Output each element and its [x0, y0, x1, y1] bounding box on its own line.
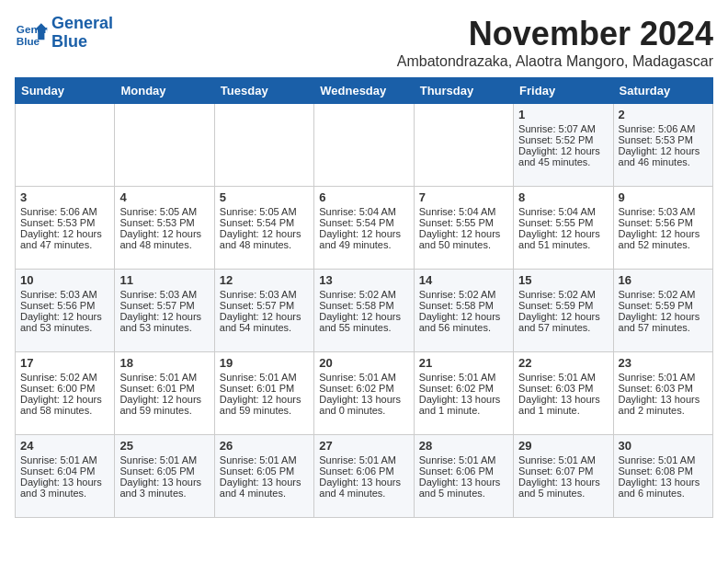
sunrise-text: Sunrise: 5:01 AM: [20, 454, 109, 465]
daylight-text: Daylight: 13 hours and 4 minutes.: [220, 477, 309, 499]
sunset-text: Sunset: 5:58 PM: [319, 300, 408, 311]
weekday-header: Thursday: [414, 78, 513, 104]
sunrise-text: Sunrise: 5:01 AM: [119, 372, 209, 383]
day-number: 8: [518, 190, 608, 204]
day-number: 12: [220, 273, 309, 287]
sunset-text: Sunset: 5:52 PM: [518, 134, 608, 145]
weekday-row: SundayMondayTuesdayWednesdayThursdayFrid…: [16, 78, 713, 104]
sunset-text: Sunset: 5:53 PM: [119, 217, 209, 228]
logo-text: General Blue: [51, 15, 113, 52]
sunset-text: Sunset: 6:01 PM: [220, 383, 309, 394]
day-number: 1: [518, 108, 608, 121]
sunset-text: Sunset: 6:03 PM: [518, 383, 608, 394]
sunset-text: Sunset: 6:08 PM: [619, 465, 708, 477]
day-number: 23: [619, 356, 708, 370]
sunset-text: Sunset: 5:57 PM: [220, 300, 309, 311]
sunrise-text: Sunrise: 5:05 AM: [119, 206, 209, 217]
day-number: 16: [619, 273, 708, 287]
day-number: 18: [119, 356, 209, 370]
daylight-text: Daylight: 13 hours and 2 minutes.: [619, 394, 708, 416]
weekday-header: Saturday: [613, 78, 712, 104]
daylight-text: Daylight: 12 hours and 48 minutes.: [119, 228, 209, 250]
calendar-cell: 9Sunrise: 5:03 AMSunset: 5:56 PMDaylight…: [613, 187, 712, 270]
day-number: 19: [220, 356, 309, 370]
calendar-cell: 17Sunrise: 5:02 AMSunset: 6:00 PMDayligh…: [16, 352, 115, 435]
calendar-cell: [314, 104, 414, 187]
calendar-cell: [214, 104, 313, 187]
sunrise-text: Sunrise: 5:04 AM: [419, 206, 508, 217]
daylight-text: Daylight: 13 hours and 1 minute.: [518, 394, 608, 416]
sunrise-text: Sunrise: 5:05 AM: [220, 206, 309, 217]
sunrise-text: Sunrise: 5:07 AM: [518, 123, 608, 134]
sunset-text: Sunset: 5:55 PM: [518, 217, 608, 228]
day-number: 20: [319, 356, 408, 370]
calendar-cell: 16Sunrise: 5:02 AMSunset: 5:59 PMDayligh…: [613, 270, 712, 352]
sunrise-text: Sunrise: 5:01 AM: [220, 454, 309, 465]
weekday-header: Wednesday: [314, 78, 414, 104]
day-number: 6: [319, 190, 408, 204]
sunset-text: Sunset: 5:53 PM: [619, 134, 708, 145]
calendar-cell: 2Sunrise: 5:06 AMSunset: 5:53 PMDaylight…: [613, 104, 712, 187]
weekday-header: Friday: [514, 78, 613, 104]
calendar-cell: 6Sunrise: 5:04 AMSunset: 5:54 PMDaylight…: [314, 187, 414, 270]
day-number: 2: [619, 108, 708, 121]
day-number: 9: [619, 190, 708, 204]
sunrise-text: Sunrise: 5:04 AM: [319, 206, 408, 217]
weekday-header: Tuesday: [214, 78, 313, 104]
calendar-week-row: 1Sunrise: 5:07 AMSunset: 5:52 PMDaylight…: [16, 104, 713, 187]
day-number: 7: [419, 190, 508, 204]
calendar-cell: 8Sunrise: 5:04 AMSunset: 5:55 PMDaylight…: [514, 187, 613, 270]
page-header: General Blue General Blue November 2024 …: [15, 15, 713, 70]
sunset-text: Sunset: 5:56 PM: [20, 300, 109, 311]
daylight-text: Daylight: 13 hours and 4 minutes.: [319, 477, 408, 499]
sunrise-text: Sunrise: 5:06 AM: [20, 206, 109, 217]
daylight-text: Daylight: 13 hours and 0 minutes.: [319, 394, 408, 416]
calendar-cell: 25Sunrise: 5:01 AMSunset: 6:05 PMDayligh…: [115, 435, 214, 518]
calendar-cell: 20Sunrise: 5:01 AMSunset: 6:02 PMDayligh…: [314, 352, 414, 435]
logo-icon: General Blue: [15, 17, 48, 50]
sunset-text: Sunset: 5:58 PM: [419, 300, 508, 311]
calendar-week-row: 3Sunrise: 5:06 AMSunset: 5:53 PMDaylight…: [16, 187, 713, 270]
sunset-text: Sunset: 5:59 PM: [619, 300, 708, 311]
daylight-text: Daylight: 12 hours and 59 minutes.: [119, 394, 209, 416]
calendar-cell: 11Sunrise: 5:03 AMSunset: 5:57 PMDayligh…: [115, 270, 214, 352]
calendar-cell: 23Sunrise: 5:01 AMSunset: 6:03 PMDayligh…: [613, 352, 712, 435]
day-number: 30: [619, 439, 708, 453]
daylight-text: Daylight: 12 hours and 51 minutes.: [518, 228, 608, 250]
day-number: 24: [20, 439, 109, 453]
sunset-text: Sunset: 6:02 PM: [419, 383, 508, 394]
daylight-text: Daylight: 12 hours and 53 minutes.: [20, 311, 109, 333]
sunrise-text: Sunrise: 5:02 AM: [20, 372, 109, 383]
daylight-text: Daylight: 13 hours and 3 minutes.: [20, 477, 109, 499]
calendar-cell: 28Sunrise: 5:01 AMSunset: 6:06 PMDayligh…: [414, 435, 513, 518]
calendar-week-row: 24Sunrise: 5:01 AMSunset: 6:04 PMDayligh…: [16, 435, 713, 518]
calendar-cell: [16, 104, 115, 187]
daylight-text: Daylight: 12 hours and 52 minutes.: [619, 228, 708, 250]
sunrise-text: Sunrise: 5:01 AM: [518, 454, 608, 465]
sunrise-text: Sunrise: 5:02 AM: [319, 289, 408, 300]
sunset-text: Sunset: 5:53 PM: [20, 217, 109, 228]
sunrise-text: Sunrise: 5:01 AM: [319, 372, 408, 383]
calendar-cell: 14Sunrise: 5:02 AMSunset: 5:58 PMDayligh…: [414, 270, 513, 352]
calendar-cell: 26Sunrise: 5:01 AMSunset: 6:05 PMDayligh…: [214, 435, 313, 518]
sunrise-text: Sunrise: 5:04 AM: [518, 206, 608, 217]
day-number: 28: [419, 439, 508, 453]
calendar-cell: 15Sunrise: 5:02 AMSunset: 5:59 PMDayligh…: [514, 270, 613, 352]
day-number: 4: [119, 190, 209, 204]
sunset-text: Sunset: 6:03 PM: [619, 383, 708, 394]
calendar-cell: 19Sunrise: 5:01 AMSunset: 6:01 PMDayligh…: [214, 352, 313, 435]
day-number: 26: [220, 439, 309, 453]
calendar-cell: 10Sunrise: 5:03 AMSunset: 5:56 PMDayligh…: [16, 270, 115, 352]
daylight-text: Daylight: 12 hours and 55 minutes.: [319, 311, 408, 333]
calendar-cell: 29Sunrise: 5:01 AMSunset: 6:07 PMDayligh…: [514, 435, 613, 518]
sunrise-text: Sunrise: 5:02 AM: [619, 289, 708, 300]
calendar-cell: 12Sunrise: 5:03 AMSunset: 5:57 PMDayligh…: [214, 270, 313, 352]
day-number: 13: [319, 273, 408, 287]
calendar-cell: 1Sunrise: 5:07 AMSunset: 5:52 PMDaylight…: [514, 104, 613, 187]
sunrise-text: Sunrise: 5:02 AM: [518, 289, 608, 300]
calendar-cell: 21Sunrise: 5:01 AMSunset: 6:02 PMDayligh…: [414, 352, 513, 435]
calendar-cell: 27Sunrise: 5:01 AMSunset: 6:06 PMDayligh…: [314, 435, 414, 518]
svg-text:Blue: Blue: [17, 34, 40, 46]
calendar-cell: 30Sunrise: 5:01 AMSunset: 6:08 PMDayligh…: [613, 435, 712, 518]
calendar-cell: [414, 104, 513, 187]
